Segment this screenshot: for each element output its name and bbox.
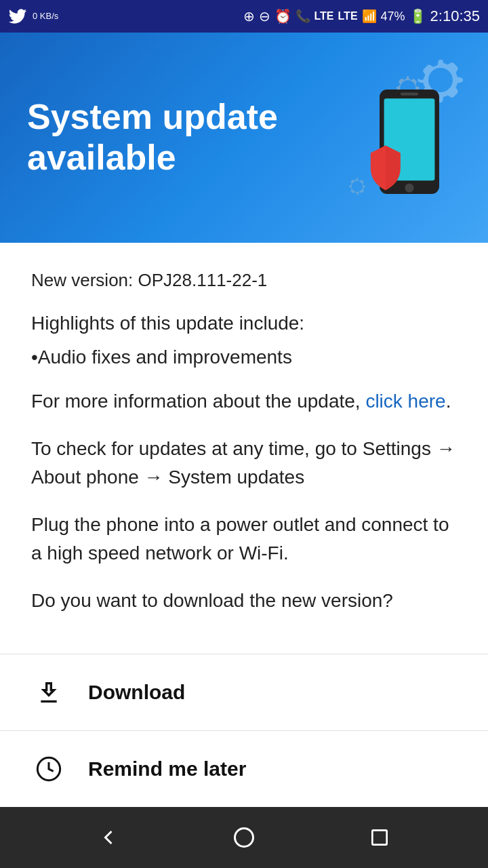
highlights-title: Highlights of this update include:	[31, 313, 457, 334]
network-speed: 0 KB/s	[33, 11, 58, 22]
status-left: 0 KB/s	[8, 9, 58, 24]
phone-illustration	[305, 60, 474, 222]
version-text: New version: OPJ28.111-22-1	[31, 270, 457, 291]
status-bar: 0 KB/s ⊕ ⊖ ⏰ 📞 LTE LTE 📶 47% 🔋 2:10:35	[0, 0, 488, 33]
content-area: New version: OPJ28.111-22-1 Highlights o…	[0, 243, 488, 654]
info-settings-text: To check for updates at any time, go to …	[31, 435, 457, 492]
page-title: System update available	[27, 97, 285, 178]
info-power-text: Plug the phone into a power outlet and c…	[31, 511, 457, 568]
lte-label2: LTE	[338, 10, 358, 22]
time: 2:10:35	[430, 7, 480, 25]
lte-label: LTE	[314, 10, 334, 22]
alarm-icon: ⏰	[274, 8, 291, 24]
remind-later-button[interactable]: Remind me later	[0, 731, 488, 807]
home-button[interactable]	[225, 818, 263, 856]
svg-rect-6	[372, 830, 386, 844]
bottom-nav	[0, 807, 488, 868]
download-icon	[31, 675, 66, 710]
svg-rect-2	[401, 92, 418, 95]
click-here-link[interactable]: click here	[365, 391, 445, 412]
info-prefix: For more information about the update,	[31, 391, 365, 412]
header-banner: System update available	[0, 33, 488, 243]
minus-icon: ⊖	[259, 8, 270, 24]
info-more-text: For more information about the update, c…	[31, 387, 457, 416]
status-right: ⊕ ⊖ ⏰ 📞 LTE LTE 📶 47% 🔋 2:10:35	[243, 7, 481, 25]
twitter-icon	[8, 9, 27, 24]
download-button[interactable]: Download	[0, 654, 488, 730]
sync-icon: ⊕	[243, 8, 255, 24]
remind-label: Remind me later	[88, 757, 246, 781]
info-suffix: .	[446, 391, 451, 412]
phone-icon: 📞	[296, 9, 310, 24]
bullet-audio: •Audio fixes and improvements	[31, 347, 457, 368]
recents-button[interactable]	[361, 818, 399, 856]
battery-icon: 🔋	[409, 8, 426, 24]
svg-point-3	[405, 184, 413, 193]
battery-percent: 47%	[381, 9, 405, 24]
back-button[interactable]	[89, 818, 127, 856]
clock-icon	[31, 751, 66, 787]
svg-point-5	[235, 829, 253, 847]
signal-icon: 📶	[362, 9, 377, 24]
download-question: Do you want to download the new version?	[31, 587, 457, 615]
download-label: Download	[88, 681, 185, 704]
actions-area: Download Remind me later	[0, 654, 488, 807]
